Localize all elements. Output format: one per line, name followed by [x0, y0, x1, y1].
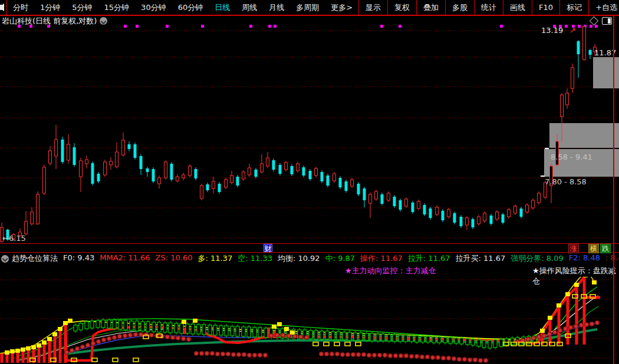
period-tabs: 分时1分钟5分钟15分钟30分钟60分钟日线周线月线多周期更多>	[7, 2, 358, 13]
toolbar-button-统计[interactable]: 统计	[474, 0, 503, 15]
toolbar-button-标记[interactable]: 标记	[559, 0, 588, 15]
toolbar-button-F10[interactable]: F10	[532, 0, 559, 15]
indicator-alert-row: ★主力动向监控：主力减仓 ★操作风险提示：盘跌减仓	[0, 265, 619, 276]
candle-up	[80, 161, 83, 177]
candle-up	[158, 178, 161, 184]
period-tab-5分钟[interactable]: 5分钟	[66, 2, 98, 13]
period-tab-1分钟[interactable]: 1分钟	[34, 2, 66, 13]
right-chart-border	[613, 16, 614, 364]
mini-candle	[163, 323, 167, 332]
hold-signal-square	[313, 342, 318, 346]
indicator-field: 多: 11.37	[197, 253, 232, 264]
state-badge-down[interactable]: 跌	[600, 244, 611, 253]
main-force-dot	[564, 327, 568, 331]
toolbar-button-叠加[interactable]: 叠加	[416, 0, 445, 15]
main-force-dot	[590, 322, 594, 326]
window-layout-icon[interactable]	[3, 4, 4, 11]
mini-candle	[426, 336, 430, 342]
high-arrow-icon: ↗	[569, 26, 576, 35]
candle-up	[37, 194, 39, 224]
mini-candle	[443, 337, 447, 343]
toolbar-button-显示[interactable]: 显示	[358, 0, 387, 15]
period-tab-分时[interactable]: 分时	[7, 2, 34, 13]
main-force-dot	[463, 358, 467, 362]
main-force-dot	[166, 335, 170, 339]
signal-dot	[201, 25, 204, 28]
indicator-field: 强弱分界: 8.09	[511, 253, 563, 264]
buy-signal-square	[592, 280, 597, 284]
mini-candle	[482, 340, 486, 348]
chevron-down-icon[interactable]	[1, 255, 9, 263]
main-force-dot	[102, 338, 106, 342]
mini-candle	[202, 325, 206, 335]
candle-up	[447, 210, 450, 217]
period-tab-月线[interactable]: 月线	[263, 2, 290, 13]
period-tab-15分钟[interactable]: 15分钟	[98, 2, 136, 13]
period-tab-周线[interactable]: 周线	[236, 2, 263, 13]
main-force-dot	[399, 354, 403, 358]
buy-signal-square	[557, 303, 561, 307]
mini-candle	[219, 326, 223, 335]
mini-candle	[124, 320, 127, 330]
candle-up	[387, 193, 390, 200]
mini-candle	[471, 339, 475, 345]
buy-signal-square	[52, 332, 57, 336]
main-force-dot	[91, 342, 96, 346]
candle-up	[116, 152, 118, 167]
mini-candle	[466, 339, 469, 345]
mini-candle	[247, 327, 251, 337]
buy-signal-square	[182, 320, 186, 324]
period-tab-多周期[interactable]: 多周期	[290, 2, 325, 13]
indicator-field: F0: 9.43	[63, 253, 94, 264]
toolbar-button-多股[interactable]: 多股	[445, 0, 474, 15]
candle-down	[429, 209, 432, 218]
mini-candle	[174, 323, 178, 333]
period-tab-日线[interactable]: 日线	[209, 2, 236, 13]
mini-candle	[113, 320, 116, 329]
candle-up	[182, 175, 185, 178]
buy-signal-square	[63, 321, 68, 325]
event-marker-badge[interactable]: 财	[264, 244, 272, 252]
buy-signal-square	[540, 329, 545, 333]
candle-down	[291, 166, 294, 174]
hold-signal-square	[334, 342, 340, 346]
main-force-dot	[526, 337, 531, 342]
period-tab-更多>[interactable]: 更多>	[325, 2, 358, 13]
buy-signal-square	[15, 349, 20, 353]
main-force-dot	[81, 345, 85, 349]
toolbar-button-画线[interactable]: 画线	[503, 0, 532, 15]
main-force-dot	[558, 329, 562, 333]
candle-up	[25, 221, 28, 234]
period-tab-60分钟[interactable]: 60分钟	[172, 2, 209, 13]
main-force-dot	[269, 334, 274, 338]
candle-up	[55, 140, 58, 156]
main-force-dot	[585, 323, 589, 327]
zone-upper-label: 8.58 - 9.41	[551, 153, 592, 161]
main-force-dot	[195, 352, 199, 356]
mini-candle	[499, 339, 503, 346]
state-badge-up[interactable]: 涨	[568, 244, 579, 253]
main-force-dot	[542, 334, 546, 338]
candle-up	[436, 207, 439, 214]
mini-candle	[141, 322, 144, 331]
main-force-dot	[420, 355, 424, 359]
toolbar-button-+自选[interactable]: +自选	[588, 0, 619, 15]
mini-candle	[343, 332, 346, 340]
candle-up	[49, 151, 52, 163]
main-candlestick-chart[interactable]: 13.19↗11.87 -8.58 - 9.417.80 - 8.58←6.15	[0, 24, 619, 244]
mini-candle	[455, 338, 458, 343]
toolbar-button-复权[interactable]: 复权	[387, 0, 416, 15]
indicator-field: F2: 8.48	[569, 253, 600, 264]
candle-down	[423, 205, 426, 214]
mini-candle	[130, 321, 133, 330]
candle-up	[526, 205, 529, 212]
mini-candle	[387, 335, 391, 341]
main-force-dot	[275, 333, 279, 337]
candle-down	[309, 171, 312, 179]
candle-down	[357, 184, 360, 194]
main-force-dot	[452, 357, 456, 361]
indicator-panel-chart[interactable]	[0, 277, 619, 364]
period-tab-30分钟[interactable]: 30分钟	[135, 2, 172, 13]
candle-up	[583, 27, 586, 59]
state-badge-flat[interactable]: 横	[588, 244, 599, 253]
